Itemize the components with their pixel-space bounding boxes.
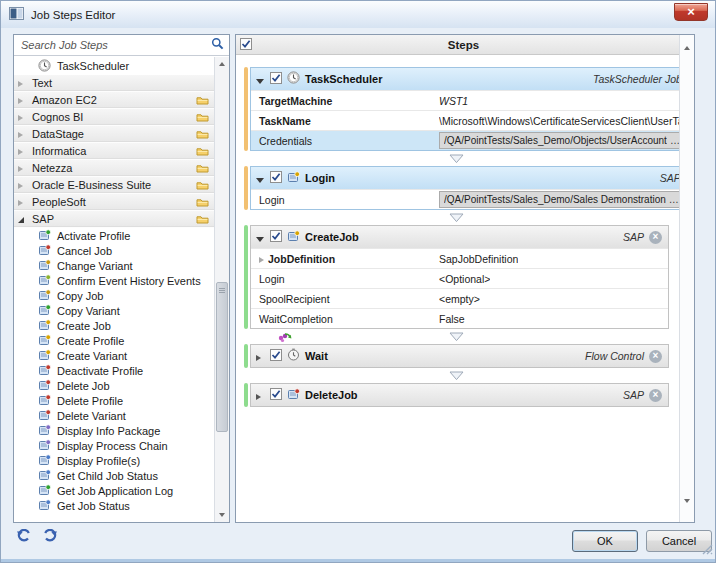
step-remove-button[interactable]: ×	[649, 389, 662, 402]
property-value[interactable]: <Optional>	[439, 273, 668, 285]
tree-item[interactable]: Create Profile	[14, 333, 214, 348]
expander-icon[interactable]	[18, 179, 27, 191]
expander-icon[interactable]	[18, 162, 27, 174]
tree-item[interactable]: Get Child Job Status	[14, 468, 214, 483]
tree-item-label: Create Variant	[57, 350, 127, 362]
tree-category-label: Netezza	[32, 162, 72, 174]
expander-icon[interactable]	[259, 253, 264, 265]
undo-button[interactable]	[15, 529, 33, 547]
tree-item[interactable]: Cancel Job	[14, 243, 214, 258]
tree-item[interactable]: Change Variant	[14, 258, 214, 273]
tree-item[interactable]: Create Variant	[14, 348, 214, 363]
property-row[interactable]: JobDefinitionSapJobDefinition	[251, 248, 668, 268]
tree-item[interactable]: Deactivate Profile	[14, 363, 214, 378]
scroll-down-button[interactable]	[215, 508, 229, 522]
property-row[interactable]: Credentials/QA/PointTests/Sales_Demo/Obj…	[251, 130, 679, 150]
credentials-value-box[interactable]: /QA/PointTests/Sales_Demo/Sales Demonstr…	[439, 191, 679, 208]
step-expander-icon[interactable]	[256, 347, 265, 365]
step-checkbox[interactable]	[270, 228, 282, 246]
step-stripe	[244, 344, 248, 368]
step-card-header[interactable]: WaitFlow Control×	[251, 345, 668, 367]
expander-icon[interactable]	[18, 145, 27, 157]
delete-job-icon	[287, 386, 300, 404]
tree-item[interactable]: Get Job Application Log	[14, 483, 214, 498]
step-checkbox[interactable]	[270, 70, 282, 88]
tree-category-cognos-bi[interactable]: Cognos BI	[14, 109, 214, 126]
property-row[interactable]: TargetMachineWST1	[251, 90, 679, 110]
tree-item-taskscheduler[interactable]: TaskScheduler	[14, 57, 214, 75]
step-card-header[interactable]: DeleteJobSAP×	[251, 384, 668, 406]
property-row[interactable]: Login/QA/PointTests/Sales_Demo/Sales Dem…	[251, 189, 679, 209]
property-row[interactable]: TaskName\Microsoft\Windows\CertificateSe…	[251, 110, 679, 130]
credentials-value-box[interactable]: /QA/PointTests/Sales_Demo/Objects/UserAc…	[439, 132, 679, 149]
tree-category-informatica[interactable]: Informatica	[14, 143, 214, 160]
tree-item[interactable]: Delete Job	[14, 378, 214, 393]
tree-item[interactable]: Create Job	[14, 318, 214, 333]
tree-category-peoplesoft[interactable]: PeopleSoft	[14, 194, 214, 211]
expander-icon[interactable]	[18, 77, 27, 89]
property-value[interactable]: SapJobDefinition	[439, 253, 668, 265]
tree-item[interactable]: Confirm Event History Events	[14, 273, 214, 288]
step-checkbox[interactable]	[270, 347, 282, 365]
expander-icon[interactable]	[18, 111, 27, 123]
property-row[interactable]: WaitCompletionFalse	[251, 308, 668, 328]
property-row[interactable]: SpoolRecipient<empty>	[251, 288, 668, 308]
step-remove-button[interactable]: ×	[649, 350, 662, 363]
search-icon[interactable]	[211, 36, 224, 54]
expander-icon[interactable]	[18, 128, 27, 140]
property-value[interactable]: False	[439, 313, 668, 325]
tree-category-text[interactable]: Text	[14, 75, 214, 92]
property-value[interactable]: /QA/PointTests/Sales_Demo/Objects/UserAc…	[439, 132, 679, 149]
step-expander-icon[interactable]	[256, 228, 265, 246]
resize-grip[interactable]	[702, 541, 713, 559]
step-expander-icon[interactable]	[256, 70, 265, 88]
property-value[interactable]: /QA/PointTests/Sales_Demo/Sales Demonstr…	[439, 191, 679, 208]
property-value[interactable]: WST1	[439, 95, 679, 107]
step-checkbox[interactable]	[270, 169, 282, 187]
property-label: TaskName	[251, 115, 439, 127]
step-checkbox[interactable]	[270, 386, 282, 404]
folder-icon	[196, 197, 209, 209]
step-expander-icon[interactable]	[256, 169, 265, 187]
tree-item[interactable]: Delete Profile	[14, 393, 214, 408]
expander-icon[interactable]	[18, 94, 27, 106]
redo-button[interactable]	[41, 529, 59, 547]
tree-category-netezza[interactable]: Netezza	[14, 160, 214, 177]
step-card-header[interactable]: TaskSchedulerTaskScheduler Job×	[251, 68, 679, 90]
tree-category-oracle-e-business-suite[interactable]: Oracle E-Business Suite	[14, 177, 214, 194]
property-value[interactable]: \Microsoft\Windows\CertificateServicesCl…	[439, 115, 679, 127]
tree-item[interactable]: Delete Variant	[14, 408, 214, 423]
drop-indicator-icon	[449, 328, 464, 346]
property-label: JobDefinition	[251, 253, 439, 265]
folder-icon	[196, 180, 209, 192]
tree-item[interactable]: Display Info Package	[14, 423, 214, 438]
search-input[interactable]	[19, 38, 211, 52]
expander-icon[interactable]	[18, 196, 27, 208]
tree-item[interactable]: Copy Variant	[14, 303, 214, 318]
tree-item[interactable]: Display Profile(s)	[14, 453, 214, 468]
scroll-thumb[interactable]	[216, 282, 228, 432]
step-expander-icon[interactable]	[256, 386, 265, 404]
tree-category-sap[interactable]: SAP	[14, 211, 214, 228]
tree-item[interactable]: Activate Profile	[14, 228, 214, 243]
steps-scrollbar[interactable]	[679, 35, 694, 522]
tree-category-amazon-ec2[interactable]: Amazon EC2	[14, 92, 214, 109]
tree-category-datastage[interactable]: DataStage	[14, 126, 214, 143]
step-stripe	[244, 383, 248, 407]
scroll-down-button[interactable]	[680, 494, 694, 508]
tree-scrollbar[interactable]	[214, 57, 229, 522]
property-value[interactable]: <empty>	[439, 293, 668, 305]
steps-select-all-checkbox[interactable]	[240, 36, 252, 54]
property-row[interactable]: Login<Optional>	[251, 268, 668, 288]
ok-button[interactable]: OK	[572, 530, 638, 552]
window-close-button[interactable]: ×	[674, 3, 708, 21]
scroll-up-button[interactable]	[215, 57, 229, 71]
step-card-header[interactable]: LoginSAP×	[251, 167, 679, 189]
tree-item[interactable]: Copy Job	[14, 288, 214, 303]
step-remove-button[interactable]: ×	[649, 231, 662, 244]
expander-icon[interactable]	[18, 213, 27, 225]
tree-item[interactable]: Get Job Status	[14, 498, 214, 513]
tree-item[interactable]: Display Process Chain	[14, 438, 214, 453]
scroll-up-button[interactable]	[680, 41, 694, 55]
step-card-header[interactable]: CreateJobSAP×	[251, 226, 668, 248]
